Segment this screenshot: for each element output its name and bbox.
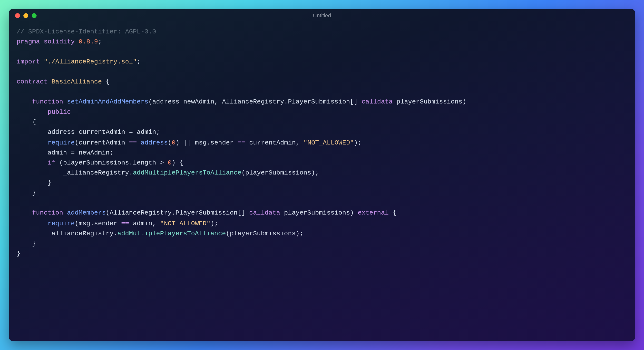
titlebar: Untitled: [9, 9, 635, 23]
code-keyword: contract: [16, 78, 48, 85]
code-line: admin = newAdmin;: [48, 149, 113, 156]
code-func: setAdminAndAddMembers: [67, 98, 148, 105]
code-type: BasicAlliance: [52, 78, 102, 85]
code-call: addMultiplePlayersToAlliance: [133, 169, 241, 177]
code-keyword: import: [16, 58, 40, 65]
code-keyword: external: [358, 209, 389, 217]
code-keyword: function: [32, 209, 63, 217]
zoom-icon[interactable]: [32, 13, 36, 18]
code-call: addMultiplePlayersToAlliance: [117, 230, 226, 237]
editor-window: Untitled // SPDX-License-Identifier: AGP…: [9, 9, 635, 341]
traffic-lights: [15, 13, 36, 18]
window-title: Untitled: [9, 13, 635, 19]
code-keyword: if: [48, 159, 55, 166]
code-string: "./AllianceRegistry.sol": [44, 58, 137, 65]
code-builtin: require: [48, 220, 74, 227]
code-version: 0.8.9: [78, 38, 98, 45]
code-keyword: solidity: [44, 38, 74, 45]
code-keyword: public: [48, 108, 71, 116]
code-keyword: pragma: [16, 38, 40, 45]
minimize-icon[interactable]: [24, 13, 28, 18]
close-icon[interactable]: [15, 13, 20, 18]
code-func: addMembers: [67, 209, 106, 217]
code-area[interactable]: // SPDX-License-Identifier: AGPL-3.0 pra…: [9, 23, 635, 267]
code-builtin: require: [48, 139, 74, 146]
code-comment: // SPDX-License-Identifier: AGPL-3.0: [16, 28, 156, 35]
code-line: address currentAdmin = admin;: [48, 128, 160, 136]
code-keyword: function: [32, 98, 63, 105]
